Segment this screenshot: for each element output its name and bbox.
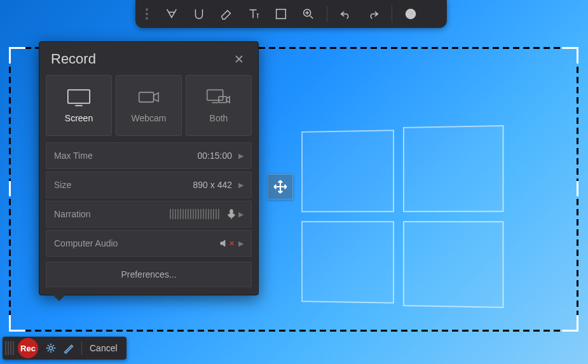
- chevron-right-icon[interactable]: ▶: [238, 239, 243, 248]
- chevron-right-icon[interactable]: ▶: [238, 210, 243, 219]
- preferences-label: Preferences...: [121, 269, 176, 280]
- svg-rect-0: [277, 10, 286, 19]
- mode-both[interactable]: Both: [186, 75, 252, 136]
- row-label: Size: [54, 180, 130, 190]
- chevron-right-icon[interactable]: ▶: [238, 152, 243, 160]
- chevron-right-icon[interactable]: ▶: [238, 181, 243, 189]
- row-label: Max Time: [54, 151, 130, 161]
- svg-point-9: [49, 346, 52, 349]
- close-button[interactable]: [231, 51, 247, 67]
- row-size[interactable]: Size 890 x 442 ▶: [46, 172, 252, 198]
- svg-rect-6: [207, 90, 223, 100]
- record-panel: Record Screen Webcam Both Max Time 00:15…: [39, 41, 259, 295]
- highlighter-tool-button[interactable]: [186, 3, 212, 25]
- drag-grip-icon[interactable]: [5, 341, 14, 355]
- resize-handle-tl[interactable]: [9, 47, 25, 64]
- resize-handle-tr[interactable]: [562, 47, 578, 64]
- redo-button[interactable]: [360, 3, 386, 25]
- svg-rect-4: [68, 90, 90, 104]
- size-value: 890 x 442: [130, 180, 238, 190]
- microphone-icon[interactable]: [224, 209, 238, 219]
- row-max-time[interactable]: Max Time 00:15:00 ▶: [46, 142, 252, 169]
- row-narration[interactable]: Narration ▶: [46, 201, 252, 227]
- preferences-button[interactable]: Preferences...: [46, 262, 252, 287]
- drag-grip-icon[interactable]: [146, 8, 148, 20]
- max-time-value: 00:15:00: [130, 151, 238, 161]
- control-bar: Rec Cancel: [3, 337, 126, 360]
- mode-webcam[interactable]: Webcam: [116, 75, 182, 136]
- mode-label: Screen: [65, 113, 93, 123]
- cancel-button[interactable]: Cancel: [86, 343, 121, 353]
- svg-rect-8: [230, 210, 233, 215]
- record-button[interactable]: Rec: [18, 338, 38, 358]
- draw-button[interactable]: [60, 339, 78, 357]
- resize-handle-br[interactable]: [562, 315, 578, 332]
- mode-label: Webcam: [132, 113, 167, 123]
- svg-rect-5: [139, 92, 154, 102]
- annotation-toolbar: ?: [135, 0, 447, 28]
- resize-handle-left[interactable]: [9, 181, 11, 196]
- text-tool-button[interactable]: [241, 3, 266, 25]
- pen-tool-button[interactable]: [159, 3, 184, 25]
- row-label: Narration: [54, 209, 130, 219]
- eraser-tool-button[interactable]: [214, 3, 239, 25]
- row-computer-audio[interactable]: Computer Audio ✕ ▶: [46, 230, 252, 257]
- undo-button[interactable]: [333, 3, 359, 25]
- resize-handle-bl[interactable]: [9, 315, 25, 332]
- move-handle[interactable]: [268, 174, 293, 199]
- panel-title: Record: [51, 51, 96, 67]
- settings-button[interactable]: [42, 339, 60, 357]
- zoom-tool-button[interactable]: [296, 3, 321, 25]
- rectangle-tool-button[interactable]: [268, 3, 294, 25]
- svg-text:?: ?: [408, 10, 413, 19]
- muted-indicator: ✕: [229, 239, 235, 248]
- resize-handle-right[interactable]: [577, 181, 578, 196]
- row-label: Computer Audio: [54, 238, 217, 248]
- mode-screen[interactable]: Screen: [46, 75, 112, 136]
- mode-label: Both: [210, 113, 228, 123]
- audio-level-meter: [130, 209, 224, 219]
- help-button[interactable]: ?: [398, 3, 423, 25]
